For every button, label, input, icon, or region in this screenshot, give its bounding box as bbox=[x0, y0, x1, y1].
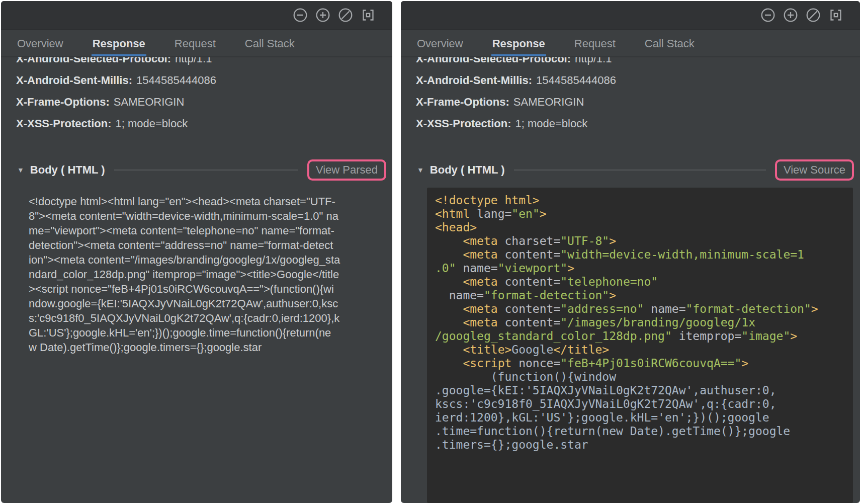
parsed-line: GL:'US'};google.kHL='en';})();google.tim… bbox=[29, 325, 386, 340]
collapse-arrow-icon[interactable]: ▼ bbox=[17, 166, 24, 174]
header-name: X-Android-Sent-Millis: bbox=[416, 74, 532, 87]
body-section-header: ▼ Body ( HTML ) View Source bbox=[416, 159, 854, 181]
code-token: <meta bbox=[463, 234, 504, 247]
code-token bbox=[435, 357, 463, 370]
code-line: <meta content="telephone=no" bbox=[435, 275, 845, 289]
tab-request[interactable]: Request bbox=[573, 37, 617, 56]
parsed-line: ndow.google={kEI:'5IAQXJyVNaiL0gK2t72QAw… bbox=[29, 296, 386, 311]
code-line: .timers={};google.star bbox=[435, 438, 845, 452]
code-token: > bbox=[811, 302, 818, 315]
collapse-arrow-icon[interactable]: ▼ bbox=[417, 166, 424, 174]
code-token: <meta bbox=[463, 316, 504, 329]
code-token: > bbox=[790, 329, 797, 343]
code-token: name= bbox=[449, 289, 484, 302]
code-token: content= bbox=[504, 316, 560, 329]
view-source-button[interactable]: View Source bbox=[775, 159, 854, 181]
code-token: > bbox=[540, 207, 547, 220]
header-row: X-XSS-Protection:1; mode=block bbox=[416, 117, 854, 131]
body-section-header: ▼ Body ( HTML ) View Parsed bbox=[16, 159, 386, 181]
code-token: "feB+4Pj01s0iRCW6couvqA==" bbox=[560, 357, 741, 370]
zoom-reset-button[interactable] bbox=[337, 7, 354, 23]
tab-call-stack[interactable]: Call Stack bbox=[644, 37, 696, 56]
code-token: content= bbox=[504, 248, 560, 261]
code-token: lang= bbox=[477, 207, 511, 220]
response-headers-list: X-Android-Selected-Protocol:http/1.1X-An… bbox=[16, 57, 386, 138]
code-token: <html bbox=[435, 207, 477, 220]
code-token: <!doctype html> bbox=[435, 194, 540, 207]
view-parsed-button[interactable]: View Parsed bbox=[307, 159, 386, 181]
tab-overview[interactable]: Overview bbox=[416, 37, 464, 56]
code-line: /googleg_standard_color_128dp.png" itemp… bbox=[435, 329, 845, 343]
code-token: "UTF-8" bbox=[560, 234, 609, 247]
code-token: "/images/branding/googleg/1x bbox=[560, 316, 755, 329]
zoom-reset-button[interactable] bbox=[805, 7, 821, 23]
header-value: 1; mode=block bbox=[515, 117, 587, 130]
parsed-line: detection"><meta content="address=no" na… bbox=[29, 238, 386, 253]
header-name: X-Android-Sent-Millis: bbox=[16, 74, 132, 87]
header-name: X-Android-Selected-Protocol: bbox=[16, 57, 171, 65]
code-token: name= bbox=[463, 262, 497, 275]
code-token: "width=device-width,minimum-scale=1 bbox=[560, 248, 804, 261]
header-row: X-Frame-Options:SAMEORIGIN bbox=[416, 95, 854, 109]
response-content: X-Android-Selected-Protocol:http/1.1X-An… bbox=[1, 57, 392, 503]
header-row: X-Frame-Options:SAMEORIGIN bbox=[16, 95, 386, 109]
zoom-out-button[interactable] bbox=[760, 7, 776, 23]
header-name: X-XSS-Protection: bbox=[416, 117, 511, 130]
code-token: (function(){window bbox=[435, 370, 616, 383]
code-line: <title>Google</title> bbox=[435, 343, 845, 357]
tab-overview[interactable]: Overview bbox=[16, 37, 64, 56]
network-response-panel-source: Overview Response Request Call Stack X-A… bbox=[401, 1, 860, 503]
tab-bar: Overview Response Request Call Stack bbox=[401, 30, 860, 57]
tab-call-stack[interactable]: Call Stack bbox=[244, 37, 296, 56]
code-line: .time=function(){return(new Date).getTim… bbox=[435, 425, 845, 438]
code-token: </title> bbox=[553, 343, 609, 356]
header-row: X-Android-Selected-Protocol:http/1.1 bbox=[416, 57, 854, 66]
section-divider-line bbox=[514, 170, 766, 171]
parsed-body-text: <!doctype html><html lang="en"><head><me… bbox=[29, 194, 386, 503]
header-value: 1544585444086 bbox=[136, 74, 216, 87]
code-token bbox=[435, 289, 449, 302]
tab-response[interactable]: Response bbox=[491, 37, 546, 56]
parsed-line: ion"><meta content="/images/branding/goo… bbox=[29, 253, 386, 267]
header-name: X-Frame-Options: bbox=[416, 96, 509, 108]
header-value: 1544585444086 bbox=[536, 74, 616, 87]
screenshot-canvas: Overview Response Request Call Stack X-A… bbox=[0, 0, 861, 504]
parsed-line: <!doctype html><html lang="en"><head><me… bbox=[29, 194, 386, 209]
zoom-out-button[interactable] bbox=[292, 7, 308, 23]
header-value: SAMEORIGIN bbox=[513, 96, 584, 108]
code-token: .0" bbox=[435, 262, 456, 275]
parsed-line: w Date).getTime()};google.timers={};goog… bbox=[29, 340, 386, 355]
response-headers-list: X-Android-Selected-Protocol:http/1.1X-An… bbox=[416, 57, 854, 138]
code-token: > bbox=[609, 289, 616, 302]
code-line: <script nonce="feB+4Pj01s0iRCW6couvqA=="… bbox=[435, 357, 845, 370]
profiler-toolbar bbox=[1, 1, 392, 30]
code-line: <meta content="/images/branding/googleg/… bbox=[435, 316, 845, 329]
code-token bbox=[435, 275, 463, 288]
zoom-in-button[interactable] bbox=[783, 7, 799, 23]
code-token: <meta bbox=[463, 302, 504, 315]
code-token: > bbox=[567, 262, 574, 275]
code-token bbox=[435, 234, 463, 247]
code-token: charset= bbox=[504, 234, 560, 247]
frame-selection-button[interactable] bbox=[828, 7, 844, 23]
zoom-in-button[interactable] bbox=[315, 7, 331, 23]
code-token: <meta bbox=[463, 275, 504, 288]
frame-selection-button[interactable] bbox=[360, 7, 376, 23]
code-line: <meta content="width=device-width,minimu… bbox=[435, 248, 845, 262]
header-row: X-Android-Sent-Millis:1544585444086 bbox=[16, 73, 386, 88]
code-line: .google={kEI:'5IAQXJyVNaiL0gK2t72QAw',au… bbox=[435, 384, 845, 397]
code-token: <meta bbox=[463, 248, 504, 261]
code-token: .time=function(){return(new Date).getTim… bbox=[435, 425, 790, 438]
source-code-block: <!doctype html><html lang="en"><head> <m… bbox=[427, 188, 853, 503]
code-token: Google bbox=[511, 343, 553, 356]
response-content: X-Android-Selected-Protocol:http/1.1X-An… bbox=[401, 57, 860, 503]
tab-response[interactable]: Response bbox=[92, 37, 146, 56]
profiler-toolbar bbox=[401, 1, 860, 30]
tab-request[interactable]: Request bbox=[174, 37, 217, 56]
code-line: ierd:1200},kGL:'US'};google.kHL='en';})(… bbox=[435, 411, 845, 425]
code-token bbox=[435, 248, 463, 261]
parsed-line: ndard_color_128dp.png" itemprop="image">… bbox=[29, 267, 386, 282]
parsed-line: 8"><meta content="width=device-width,min… bbox=[29, 209, 386, 223]
code-token: "viewport" bbox=[498, 262, 567, 275]
header-name: X-Frame-Options: bbox=[16, 96, 110, 108]
